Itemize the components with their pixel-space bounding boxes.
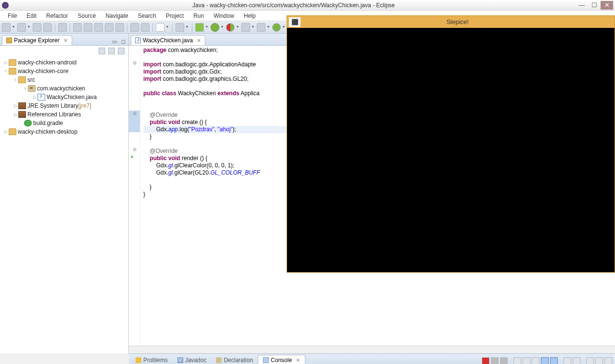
link-editor-icon[interactable] [108, 48, 115, 54]
game-window[interactable]: ⬛ Slepice! [287, 15, 615, 273]
maximize-panel-icon[interactable] [604, 357, 612, 364]
close-icon[interactable]: ✕ [63, 38, 68, 44]
toolbar-separator [127, 23, 127, 32]
menu-source[interactable]: Source [73, 11, 100, 21]
java-file-icon [38, 94, 45, 100]
menu-search[interactable]: Search [133, 11, 161, 21]
new-java-button[interactable] [176, 23, 184, 32]
pin-console-button[interactable] [532, 357, 540, 364]
view-menu-icon[interactable] [118, 48, 125, 54]
minimize-panel-icon[interactable] [595, 357, 603, 364]
search-button[interactable] [73, 23, 82, 32]
tree-reflib[interactable]: ▷Referenced Libraries [1, 110, 127, 119]
game-window-icon: ⬛ [289, 17, 301, 27]
run-config-button[interactable] [156, 23, 164, 32]
window-titlebar: Java - wacky-chicken-core/src/com/wackyc… [0, 0, 615, 11]
annotation-button[interactable] [84, 23, 92, 32]
java-file-icon [135, 38, 141, 43]
menu-edit[interactable]: Edit [22, 11, 41, 21]
editor-gutter[interactable]: ⊖ ⊖ ⊖ [129, 46, 140, 346]
menu-project[interactable]: Project [161, 11, 188, 21]
debug-button[interactable] [195, 23, 204, 32]
build-all-button[interactable] [141, 23, 150, 32]
minimize-view-icon[interactable]: ▭ [111, 38, 118, 45]
toolbar-separator [55, 23, 55, 32]
javadoc-icon: @ [177, 357, 183, 363]
gradle-icon [24, 120, 32, 126]
tab-console[interactable]: Console✕ [258, 355, 305, 364]
project-icon [9, 68, 16, 75]
tree-project[interactable]: ▷wacky-chicken-android [1, 58, 127, 67]
view-tab-bar: Package Explorer ✕ ▭ ◻ [0, 34, 128, 46]
coverage-button[interactable] [226, 23, 235, 32]
editor-tab[interactable]: WackyChicken.java ✕ [131, 35, 205, 45]
tree-jre[interactable]: ▷JRE System Library [jre7] [1, 101, 127, 110]
package-explorer-toolbar [0, 46, 128, 56]
game-canvas[interactable] [287, 28, 615, 272]
remove-launch-button[interactable] [491, 357, 499, 364]
show-console-stderr-button[interactable] [550, 357, 558, 364]
maximize-view-icon[interactable]: ◻ [120, 38, 126, 45]
menu-run[interactable]: Run [188, 11, 209, 21]
new-console-view-button[interactable] [586, 357, 594, 364]
toolbar-separator [152, 23, 153, 32]
package-explorer-tab[interactable]: Package Explorer ✕ [2, 35, 72, 45]
view-toolbar: ▭ ◻ [72, 38, 128, 45]
toolbar-separator [70, 23, 70, 32]
maximize-button[interactable]: ☐ [588, 1, 601, 10]
clear-console-button[interactable] [514, 357, 521, 364]
project-icon [9, 128, 16, 135]
open-console-button[interactable] [573, 357, 580, 364]
project-tree[interactable]: ▷wacky-chicken-android ▿wacky-chicken-co… [0, 56, 128, 353]
minimize-button[interactable]: — [576, 1, 588, 10]
tree-gradle[interactable]: build.gradle [1, 119, 127, 127]
menu-help[interactable]: Help [239, 11, 261, 21]
game-window-titlebar[interactable]: ⬛ Slepice! [287, 16, 615, 28]
scroll-lock-button[interactable] [523, 357, 530, 364]
sync-button[interactable] [272, 23, 281, 32]
library-icon [18, 111, 26, 118]
breakpoint-button[interactable] [257, 23, 265, 32]
tree-java-file[interactable]: ▷WackyChicken.java [1, 93, 127, 101]
src-folder-icon [18, 76, 26, 83]
tab-problems[interactable]: Problems [131, 355, 173, 364]
open-type-button[interactable] [58, 23, 67, 32]
menu-refactor[interactable]: Refactor [41, 11, 73, 21]
collapse-all-icon[interactable] [99, 48, 105, 54]
remove-all-button[interactable] [500, 357, 508, 364]
horizontal-scrollbar[interactable] [129, 346, 615, 353]
tab-label: Package Explorer [14, 37, 60, 44]
eclipse-icon [2, 2, 9, 9]
tree-project[interactable]: ▿wacky-chicken-core [1, 67, 127, 75]
terminate-button[interactable] [482, 357, 489, 364]
build-button[interactable] [130, 23, 139, 32]
console-toolbar [305, 357, 615, 364]
bottom-panel: Problems @Javadoc Declaration Console✕ D… [129, 353, 615, 364]
task-button[interactable] [94, 23, 103, 32]
external-tools-button[interactable] [241, 23, 250, 32]
run-button[interactable] [211, 23, 219, 32]
tree-project[interactable]: ▷wacky-chicken-desktop [1, 127, 127, 136]
close-button[interactable]: ✕ [601, 1, 613, 10]
window-title: Java - wacky-chicken-core/src/com/wackyc… [12, 2, 576, 9]
close-icon[interactable]: ✕ [197, 38, 201, 44]
new-button[interactable] [2, 23, 11, 32]
menu-navigate[interactable]: Navigate [100, 11, 133, 21]
tab-javadoc[interactable]: @Javadoc [173, 355, 212, 364]
menu-window[interactable]: Window [209, 11, 239, 21]
tab-declaration[interactable]: Declaration [211, 355, 258, 364]
toggle-button[interactable] [115, 23, 124, 32]
save-all-button[interactable] [33, 23, 41, 32]
tree-src[interactable]: ▿src [1, 75, 127, 84]
tree-package[interactable]: ▿com.wackychicken [1, 84, 127, 93]
close-icon[interactable]: ✕ [296, 357, 300, 364]
library-icon [18, 102, 26, 109]
bookmark-button[interactable] [105, 23, 113, 32]
display-selected-console-button[interactable] [564, 357, 571, 364]
show-console-stdout-button[interactable] [541, 357, 549, 364]
save-button[interactable] [17, 23, 26, 32]
project-icon [9, 59, 16, 66]
game-window-title: Slepice! [301, 18, 615, 25]
menu-file[interactable]: File [3, 11, 22, 21]
print-button[interactable] [43, 23, 52, 32]
